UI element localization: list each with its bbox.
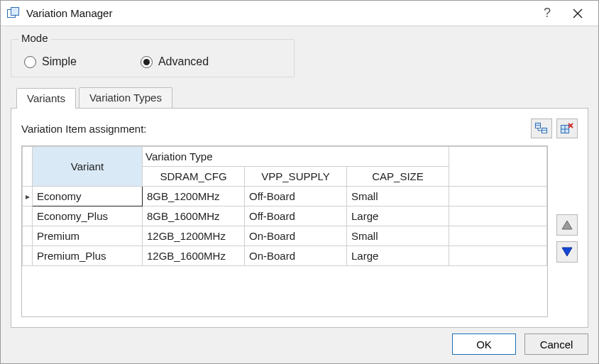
svg-rect-5: [536, 126, 541, 128]
radio-icon: [141, 56, 153, 68]
column-header-sdram_cfg[interactable]: SDRAM_CFG: [143, 167, 245, 187]
svg-rect-1: [11, 7, 19, 15]
row-marker-header: [23, 147, 33, 187]
mode-group: Mode SimpleAdvanced: [11, 39, 295, 77]
variant-cell[interactable]: Premium: [33, 226, 143, 246]
tab-variation-types[interactable]: Variation Types: [79, 87, 172, 108]
assign-grid-icon: [535, 123, 548, 134]
data-cell[interactable]: 12GB_1200MHz: [143, 226, 245, 246]
ok-button[interactable]: OK: [452, 333, 516, 355]
cancel-button[interactable]: Cancel: [524, 333, 588, 355]
variant-cell[interactable]: Economy: [33, 187, 143, 206]
data-cell[interactable]: Large: [347, 246, 449, 266]
column-header-vpp_supply[interactable]: VPP_SUPPLY: [245, 167, 347, 187]
row-marker: [23, 226, 33, 246]
arrow-down-icon: [561, 247, 573, 257]
table-row[interactable]: Economy_Plus8GB_1600MHzOff-BoardLarge: [23, 206, 547, 226]
close-icon: [573, 9, 583, 18]
radio-icon: [24, 56, 36, 68]
blank-cell: [449, 226, 547, 246]
app-icon: [6, 6, 21, 21]
data-cell[interactable]: Small: [347, 187, 449, 206]
window: Variation Manager ? Mode SimpleAdvanced …: [0, 0, 599, 364]
blank-cell: [449, 206, 547, 226]
move-down-button[interactable]: [556, 241, 578, 263]
row-marker: [23, 246, 33, 266]
close-button[interactable]: [561, 1, 594, 25]
table-row[interactable]: Premium_Plus12GB_1600MHzOn-BoardLarge: [23, 246, 547, 266]
assign-grid-button[interactable]: [531, 118, 552, 138]
mode-group-label: Mode: [18, 32, 51, 44]
data-cell[interactable]: Off-Board: [245, 187, 347, 206]
titlebar: Variation Manager ?: [1, 1, 598, 26]
row-marker: [23, 206, 33, 226]
table-row[interactable]: Premium12GB_1200MHzOn-BoardSmall: [23, 226, 547, 246]
radio-label: Advanced: [158, 55, 209, 68]
remove-grid-icon: [561, 123, 573, 134]
column-header-cap_size[interactable]: CAP_SIZE: [347, 167, 449, 187]
arrow-up-icon: [561, 220, 573, 230]
mode-radio-simple[interactable]: Simple: [24, 55, 77, 68]
svg-rect-7: [542, 131, 547, 133]
svg-marker-14: [562, 248, 572, 256]
blank-cell: [449, 187, 547, 206]
variant-cell[interactable]: Economy_Plus: [33, 206, 143, 226]
data-cell[interactable]: 12GB_1600MHz: [143, 246, 245, 266]
row-marker: ▸: [23, 187, 33, 206]
table-row[interactable]: ▸Economy8GB_1200MHzOff-BoardSmall: [23, 187, 547, 206]
svg-marker-13: [562, 221, 572, 229]
data-cell[interactable]: Off-Board: [245, 206, 347, 226]
help-button[interactable]: ?: [533, 1, 561, 25]
data-cell[interactable]: Small: [347, 226, 449, 246]
window-title: Variation Manager: [26, 7, 112, 19]
blank-column-header: [449, 147, 547, 187]
mode-radio-advanced[interactable]: Advanced: [141, 55, 209, 68]
remove-grid-button[interactable]: [556, 118, 578, 138]
data-cell[interactable]: On-Board: [245, 226, 347, 246]
data-cell[interactable]: 8GB_1200MHz: [143, 187, 245, 206]
tab-panel-variants: Variation Item assignment:: [11, 108, 588, 328]
data-cell[interactable]: Large: [347, 206, 449, 226]
data-cell[interactable]: 8GB_1600MHz: [143, 206, 245, 226]
variants-grid[interactable]: Variant Variation Type SDRAM_CFGVPP_SUPP…: [21, 145, 548, 317]
move-up-button[interactable]: [556, 214, 578, 236]
blank-cell: [449, 246, 547, 266]
assignment-label: Variation Item assignment:: [21, 123, 146, 135]
data-cell[interactable]: On-Board: [245, 246, 347, 266]
tab-variants[interactable]: Variants: [16, 88, 76, 109]
variant-cell[interactable]: Premium_Plus: [33, 246, 143, 266]
variation-type-group-header[interactable]: Variation Type: [143, 147, 449, 167]
radio-label: Simple: [42, 55, 77, 68]
variant-column-header[interactable]: Variant: [33, 147, 143, 187]
